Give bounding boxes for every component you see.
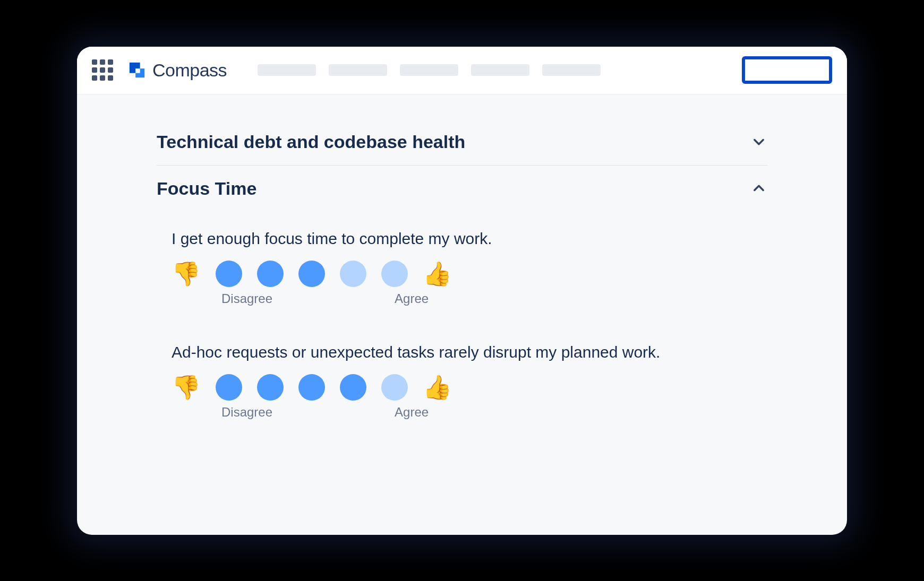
section-focus-time[interactable]: Focus Time [157,166,767,212]
rating-labels: Disagree Agree [172,291,767,306]
brand[interactable]: Compass [128,60,227,81]
thumbs-up-icon: 👍 [423,376,452,399]
content-area: Technical debt and codebase health Focus… [77,94,847,535]
thumbs-down-icon: 👎 [172,376,201,399]
section-title: Focus Time [157,178,256,199]
rating-dot-1[interactable] [216,374,242,401]
thumbs-up-icon: 👍 [423,262,452,285]
rating-dot-3[interactable] [298,261,325,287]
section-title: Technical debt and codebase health [157,132,465,152]
rating-dot-2[interactable] [257,261,284,287]
label-agree: Agree [395,405,429,420]
thumbs-down-icon: 👎 [172,262,201,285]
nav-item-placeholder[interactable] [258,64,316,76]
label-disagree: Disagree [221,405,272,420]
survey-question: I get enough focus time to complete my w… [157,230,767,306]
nav-item-placeholder[interactable] [329,64,387,76]
rating-dot-5[interactable] [381,374,408,401]
rating-dot-5[interactable] [381,261,408,287]
app-window: Compass Technical debt and codebase heal… [77,47,847,535]
rating-labels: Disagree Agree [172,405,767,420]
primary-cta-button[interactable] [742,56,832,84]
brand-name: Compass [152,60,227,81]
rating-dot-3[interactable] [298,374,325,401]
rating-dot-1[interactable] [216,261,242,287]
chevron-up-icon[interactable] [750,180,767,197]
nav-placeholders [258,64,601,76]
rating-scale: 👎 👍 [172,261,767,287]
section-tech-debt[interactable]: Technical debt and codebase health [157,119,767,166]
nav-item-placeholder[interactable] [542,64,601,76]
rating-dot-4[interactable] [340,374,366,401]
rating-dot-4[interactable] [340,261,366,287]
topbar: Compass [77,47,847,94]
chevron-down-icon[interactable] [750,133,767,150]
nav-item-placeholder[interactable] [400,64,458,76]
survey-question: Ad-hoc requests or unexpected tasks rare… [157,343,767,420]
rating-dot-2[interactable] [257,374,284,401]
label-agree: Agree [395,291,429,306]
svg-rect-2 [135,68,140,73]
question-text: Ad-hoc requests or unexpected tasks rare… [172,343,767,361]
rating-scale: 👎 👍 [172,374,767,401]
question-text: I get enough focus time to complete my w… [172,230,767,248]
app-switcher-icon[interactable] [92,59,113,81]
compass-logo-icon [128,61,146,79]
label-disagree: Disagree [221,291,272,306]
nav-item-placeholder[interactable] [471,64,529,76]
